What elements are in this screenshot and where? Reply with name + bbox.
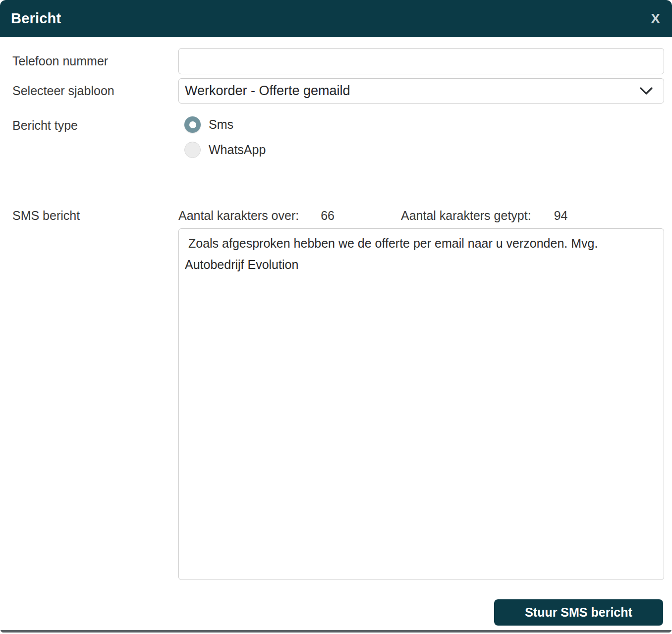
- radio-option-sms-label: Sms: [209, 117, 233, 132]
- template-select[interactable]: Werkorder - Offerte gemaild: [178, 78, 664, 104]
- sms-label: SMS bericht: [11, 203, 178, 223]
- radio-option-whatsapp[interactable]: WhatsApp: [178, 142, 664, 158]
- phone-label: Telefoon nummer: [11, 48, 178, 68]
- message-dialog: Bericht X Telefoon nummer Selecteer sjab…: [0, 0, 672, 634]
- dialog-header: Bericht X: [0, 0, 672, 37]
- dialog-title: Bericht: [11, 10, 61, 27]
- chars-left-value: 66: [321, 209, 335, 223]
- sms-message-textarea[interactable]: Zoals afgesproken hebben we de offerte p…: [178, 228, 664, 580]
- send-sms-button[interactable]: Stuur SMS bericht: [494, 599, 663, 626]
- chars-left-label: Aantal karakters over:: [178, 209, 299, 223]
- dialog-bottom-edge: [0, 630, 672, 633]
- chevron-down-icon: [640, 87, 653, 95]
- template-label: Selecteer sjabloon: [11, 78, 178, 98]
- chars-typed-label: Aantal karakters getypt:: [401, 209, 531, 223]
- radio-option-sms[interactable]: Sms: [178, 116, 664, 133]
- radio-option-whatsapp-label: WhatsApp: [209, 143, 266, 157]
- template-row: Selecteer sjabloon Werkorder - Offerte g…: [11, 78, 664, 104]
- template-selected-value: Werkorder - Offerte gemaild: [185, 83, 350, 99]
- phone-input[interactable]: [178, 48, 664, 74]
- chars-typed-value: 94: [554, 209, 568, 223]
- radio-unselected-icon[interactable]: [184, 142, 201, 158]
- radio-selected-icon[interactable]: [184, 116, 201, 133]
- button-row: Stuur SMS bericht: [11, 599, 664, 626]
- sms-section: SMS bericht Aantal karakters over: 66 Aa…: [11, 203, 664, 582]
- message-type-row: Bericht type Sms WhatsApp: [11, 110, 664, 167]
- close-icon[interactable]: X: [650, 10, 661, 28]
- form-area: Telefoon nummer Selecteer sjabloon Werko…: [0, 37, 672, 626]
- message-type-radio-group: Sms WhatsApp: [178, 110, 664, 167]
- character-counters: Aantal karakters over: 66 Aantal karakte…: [178, 203, 664, 223]
- phone-row: Telefoon nummer: [11, 48, 664, 74]
- message-type-label: Bericht type: [11, 110, 178, 133]
